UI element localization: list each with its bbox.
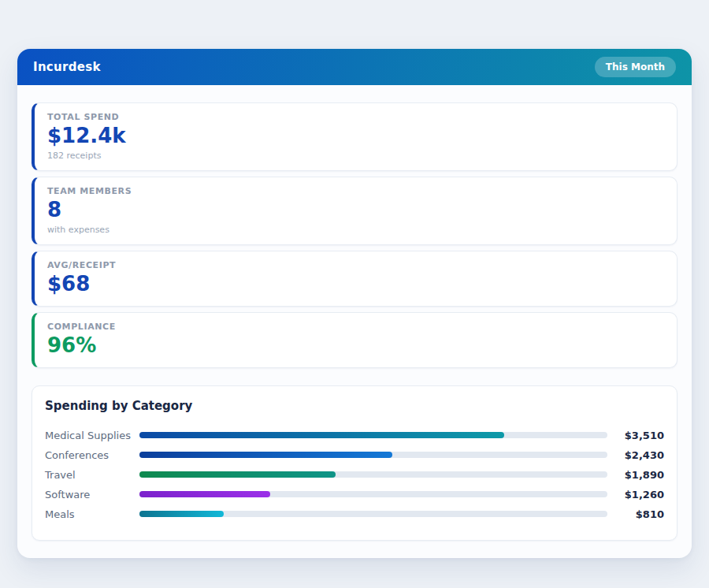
bar-fill <box>139 491 270 497</box>
stat-card-avg-receipt: AVG/RECEIPT $68 <box>32 251 677 307</box>
bar-track <box>139 491 607 497</box>
bar-track <box>139 511 607 517</box>
stat-subtext: with expenses <box>47 225 664 235</box>
stat-value: $68 <box>47 273 664 296</box>
stat-card-compliance: COMPLIANCE 96% <box>32 312 677 368</box>
stat-subtext: 182 receipts <box>47 151 664 161</box>
category-row-conferences: Conferences $2,430 <box>45 445 664 465</box>
stat-card-team-members: TEAM MEMBERS 8 with expenses <box>32 177 677 245</box>
category-value: $3,510 <box>615 430 664 441</box>
category-row-meals: Meals $810 <box>45 504 664 524</box>
app-card: Incurdesk This Month TOTAL SPEND $12.4k … <box>17 49 692 558</box>
bar-fill <box>139 452 392 458</box>
category-label: Software <box>45 489 139 501</box>
stat-value: $12.4k <box>47 125 664 148</box>
bar-track <box>139 432 607 438</box>
stat-value: 96% <box>47 334 664 358</box>
category-row-software: Software $1,260 <box>45 485 664 504</box>
stat-label: COMPLIANCE <box>47 322 664 332</box>
bar-fill <box>139 511 224 517</box>
app-header: Incurdesk This Month <box>17 49 692 85</box>
spending-title: Spending by Category <box>45 399 664 413</box>
stat-label: TEAM MEMBERS <box>47 186 664 196</box>
stat-value: 8 <box>47 199 664 222</box>
category-value: $1,890 <box>615 469 664 481</box>
bar-track <box>139 471 607 478</box>
category-label: Travel <box>45 469 139 481</box>
category-label: Medical Supplies <box>45 430 139 441</box>
category-label: Conferences <box>45 449 139 461</box>
bar-track <box>139 452 607 458</box>
stat-label: TOTAL SPEND <box>47 112 664 122</box>
category-row-travel: Travel $1,890 <box>45 465 664 485</box>
stat-label: AVG/RECEIPT <box>47 260 664 270</box>
app-title: Incurdesk <box>33 60 101 74</box>
period-badge[interactable]: This Month <box>595 57 676 77</box>
bar-fill <box>139 432 504 438</box>
category-row-medical-supplies: Medical Supplies $3,510 <box>45 426 664 445</box>
spending-card: Spending by Category Medical Supplies $3… <box>32 385 677 541</box>
category-value: $2,430 <box>615 449 664 461</box>
bar-fill <box>139 471 336 478</box>
stat-card-total-spend: TOTAL SPEND $12.4k 182 receipts <box>32 102 677 171</box>
category-value: $1,260 <box>615 489 664 501</box>
category-label: Meals <box>45 508 139 520</box>
category-value: $810 <box>615 508 664 520</box>
dashboard-content: TOTAL SPEND $12.4k 182 receipts TEAM MEM… <box>17 85 692 558</box>
stats-section: TOTAL SPEND $12.4k 182 receipts TEAM MEM… <box>32 102 677 368</box>
